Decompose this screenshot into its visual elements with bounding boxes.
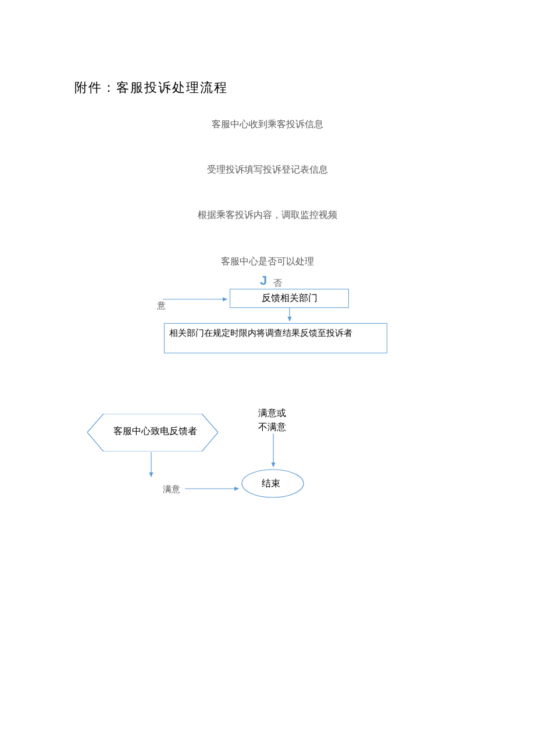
flow-decision-handle: 客服中心是否可以处理	[0, 256, 535, 268]
flow-box-investigation: 相关部门在规定时限内将调查结果反馈至投诉者	[164, 323, 387, 353]
flow-step-video: 根据乘客投诉内容，调取监控视频	[0, 209, 535, 221]
label-satisfied: 满意	[163, 484, 180, 495]
arrow-to-investigation	[284, 308, 295, 324]
decision-no-label: 否	[273, 278, 282, 289]
label-satisfied-or-not: 满意或不满意	[258, 406, 291, 434]
arrow-satisfied-to-end	[185, 484, 243, 493]
box-investigation-label: 相关部门在规定时限内将调查结果反馈至投诉者	[169, 328, 352, 338]
flow-hex-callback: 客服中心致电反馈者	[113, 425, 197, 438]
decorative-j-icon: J	[260, 273, 267, 288]
flow-step-receive: 客服中心收到乘客投诉信息	[0, 119, 535, 131]
document-title: 附件：客服投诉处理流程	[74, 79, 228, 96]
arrow-hex-down	[145, 452, 157, 480]
flow-end-label: 结束	[262, 478, 280, 490]
arrow-satisfaction-to-end	[268, 433, 279, 471]
flow-step-register: 受理投诉填写投诉登记表信息	[0, 164, 535, 176]
box-feedback-dept-label: 反馈相关部门	[262, 292, 318, 304]
partial-text-yi: 意	[157, 300, 166, 311]
arrow-to-feedback-dept	[163, 293, 231, 305]
flow-box-feedback-dept: 反馈相关部门	[230, 289, 349, 308]
